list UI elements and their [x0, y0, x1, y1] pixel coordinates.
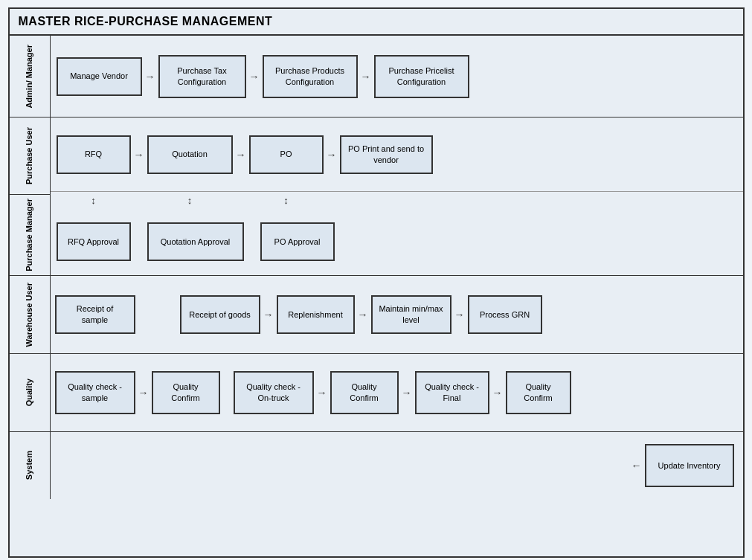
replenishment-box: Replenishment [277, 295, 355, 334]
lane-content-quality: Quality check - sample Quality Confirm Q… [51, 354, 743, 431]
quotation-box: Quotation [147, 135, 233, 174]
update-inventory-box: Update Inventory [645, 444, 734, 487]
arrow-replenishment-minmax [355, 309, 371, 321]
purchase-pricelist-config-box: Purchase Pricelist Configuration [374, 55, 469, 98]
diagram-title: MASTER RICE-PURCHASE MANAGEMENT [10, 9, 743, 36]
arrow-rfq-quotation [131, 149, 147, 161]
quotation-approval-box: Quotation Approval [147, 222, 244, 261]
lane-label-purchase-manager: Purchase Manager [10, 195, 50, 275]
vertical-arrows-row: ↕ ↕ ↕ [51, 192, 743, 208]
purchase-user-manager-labels: Purchase User Purchase Manager [10, 118, 51, 275]
arrow-quotation-po [233, 149, 249, 161]
purchase-tax-config-box: Purchase Tax Configuration [158, 55, 246, 98]
purchase-manager-row: RFQ Approval Quotation Approval PO Appro… [51, 208, 743, 275]
receipt-of-sample-box: Receipt of sample [55, 295, 135, 334]
manage-vendor-box: Manage Vendor [57, 57, 142, 96]
arrow-3 [358, 71, 374, 83]
receipt-of-goods-box: Receipt of goods [180, 295, 260, 334]
arrow-minmax-grn [451, 309, 468, 321]
lane-content-warehouse: Receipt of sample Receipt of goods Reple… [51, 276, 743, 353]
arrow-po-print [324, 149, 340, 161]
lane-label-purchase-user: Purchase User [10, 118, 50, 195]
arrow-goods-replenishment [260, 309, 277, 321]
lane-content-admin: Manage Vendor Purchase Tax Configuration… [51, 36, 743, 117]
arrow-1 [142, 71, 158, 83]
quality-confirm-1-box: Quality Confirm [152, 371, 220, 414]
purchase-products-config-box: Purchase Products Configuration [263, 55, 358, 98]
quality-check-on-truck-box: Quality check - On-truck [234, 371, 314, 414]
arrow-2 [246, 71, 263, 83]
purchase-combined-content: RFQ Quotation PO PO Print and send to ve… [51, 118, 743, 275]
lane-label-admin: Admin/ Manager [10, 36, 51, 117]
lane-label-quality: Quality [10, 354, 51, 431]
arrow-qcheck-final-qconfirm3 [489, 387, 506, 399]
process-grn-box: Process GRN [468, 295, 542, 334]
quality-confirm-2-box: Quality Confirm [330, 371, 399, 414]
rfq-box: RFQ [57, 135, 131, 174]
arrow-qconfirm2-qcheck-final [399, 387, 415, 399]
arrow-qcheck-sample-qconfirm1 [135, 387, 152, 399]
purchase-user-row: RFQ Quotation PO PO Print and send to ve… [51, 118, 743, 192]
po-print-box: PO Print and send to vendor [340, 135, 433, 174]
lane-label-system: System [10, 432, 51, 499]
quality-check-final-box: Quality check - Final [415, 371, 489, 414]
rfq-approval-box: RFQ Approval [57, 222, 131, 261]
quality-confirm-3-box: Quality Confirm [506, 371, 571, 414]
quality-check-sample-box: Quality check - sample [55, 371, 135, 414]
lane-content-system: ← Update Inventory [51, 432, 743, 499]
maintain-minmax-box: Maintain min/max level [371, 295, 451, 334]
lane-label-warehouse: Warehouse User [10, 276, 51, 353]
arrow-to-update-inventory: ← [632, 460, 642, 472]
diagram-wrapper: MASTER RICE-PURCHASE MANAGEMENT Admin/ M… [8, 7, 745, 558]
arrow-qcheck-truck-qconfirm2 [314, 387, 330, 399]
po-box: PO [249, 135, 324, 174]
po-approval-box: PO Approval [260, 222, 335, 261]
